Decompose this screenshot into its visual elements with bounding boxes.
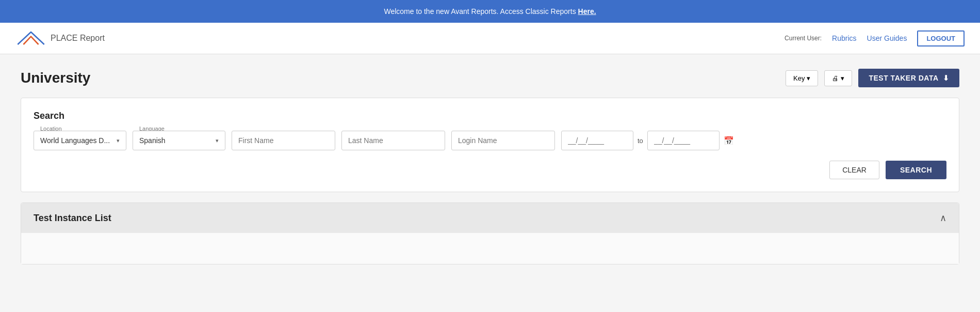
print-icon: 🖨 [832, 74, 839, 82]
print-button[interactable]: 🖨 ▾ [824, 70, 852, 86]
key-button[interactable]: Key ▾ [786, 70, 818, 86]
main-content: University Key ▾ 🖨 ▾ TEST TAKER DATA ⬇ S… [0, 54, 980, 279]
search-panel: Search Location World Languages D... ▾ L… [21, 98, 959, 192]
key-button-label: Key [793, 74, 805, 82]
calendar-icon[interactable]: 📅 [724, 136, 734, 146]
collapse-icon[interactable]: ∧ [940, 212, 946, 224]
last-name-input[interactable] [341, 131, 445, 150]
language-field-group: Language Spanish ▾ [133, 131, 225, 150]
user-guides-link[interactable]: User Guides [867, 34, 907, 42]
date-to-input[interactable] [647, 131, 720, 150]
logo-area: PLACE Report [15, 28, 105, 49]
search-fields: Location World Languages D... ▾ Language… [34, 131, 946, 150]
rubrics-link[interactable]: Rubrics [832, 34, 856, 42]
first-name-input[interactable] [232, 131, 335, 150]
login-name-field-group [451, 131, 555, 150]
location-select[interactable]: World Languages D... [40, 136, 115, 145]
avant-logo [15, 28, 46, 49]
clear-button[interactable]: CLEAR [829, 161, 879, 179]
search-title: Search [34, 111, 946, 121]
print-chevron-icon: ▾ [841, 74, 844, 82]
date-to-label: to [638, 137, 643, 145]
logout-button[interactable]: LOGOUT [917, 30, 965, 46]
key-chevron-icon: ▾ [807, 74, 810, 82]
test-taker-data-label: TEST TAKER DATA [869, 74, 938, 82]
location-chevron-icon: ▾ [117, 137, 120, 144]
language-chevron-icon: ▾ [216, 137, 219, 144]
page-title: University [21, 70, 90, 86]
instance-list-body [21, 233, 959, 264]
instance-list-panel: Test Instance List ∧ [21, 202, 959, 264]
header-nav: Current User: Rubrics User Guides LOGOUT [785, 30, 965, 46]
logo-text: PLACE Report [51, 34, 105, 43]
language-select-wrapper[interactable]: Spanish ▾ [133, 131, 225, 150]
banner-link[interactable]: Here. [578, 7, 596, 15]
location-select-wrapper[interactable]: World Languages D... ▾ [34, 131, 126, 150]
current-user-block: Current User: [785, 35, 822, 42]
location-field-group: Location World Languages D... ▾ [34, 131, 126, 150]
last-name-field-group [341, 131, 445, 150]
instance-list-header: Test Instance List ∧ [21, 203, 959, 233]
instance-list-title: Test Instance List [34, 213, 111, 224]
date-from-input[interactable] [561, 131, 633, 150]
first-name-field-group [232, 131, 335, 150]
language-select[interactable]: Spanish [139, 136, 214, 145]
current-user-label: Current User: [785, 35, 822, 42]
login-name-input[interactable] [451, 131, 555, 150]
page-title-row: University Key ▾ 🖨 ▾ TEST TAKER DATA ⬇ [21, 69, 959, 87]
title-actions: Key ▾ 🖨 ▾ TEST TAKER DATA ⬇ [786, 69, 959, 87]
date-range-group: to 📅 [561, 131, 734, 150]
download-icon: ⬇ [943, 74, 950, 82]
search-buttons: CLEAR SEARCH [34, 161, 946, 179]
test-taker-data-button[interactable]: TEST TAKER DATA ⬇ [858, 69, 959, 87]
banner-message: Welcome to the new Avant Reports. Access… [384, 7, 578, 15]
search-button[interactable]: SEARCH [886, 161, 946, 179]
header: PLACE Report Current User: Rubrics User … [0, 23, 980, 54]
top-banner: Welcome to the new Avant Reports. Access… [0, 0, 980, 23]
